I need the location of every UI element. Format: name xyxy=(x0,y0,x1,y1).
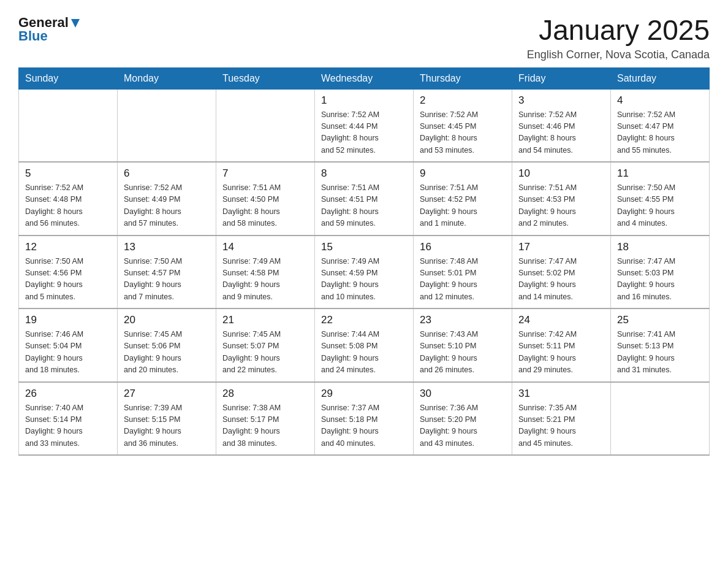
calendar-cell xyxy=(19,89,118,162)
day-info: Sunrise: 7:45 AM Sunset: 5:06 PM Dayligh… xyxy=(124,329,210,377)
calendar-cell: 30Sunrise: 7:36 AM Sunset: 5:20 PM Dayli… xyxy=(414,382,512,456)
day-info: Sunrise: 7:44 AM Sunset: 5:08 PM Dayligh… xyxy=(321,329,407,377)
day-info: Sunrise: 7:52 AM Sunset: 4:48 PM Dayligh… xyxy=(25,182,111,230)
calendar-cell: 4Sunrise: 7:52 AM Sunset: 4:47 PM Daylig… xyxy=(611,89,710,162)
day-info: Sunrise: 7:39 AM Sunset: 5:15 PM Dayligh… xyxy=(124,402,210,450)
calendar-header-row: SundayMondayTuesdayWednesdayThursdayFrid… xyxy=(19,67,710,89)
calendar-cell: 22Sunrise: 7:44 AM Sunset: 5:08 PM Dayli… xyxy=(315,308,414,382)
day-info: Sunrise: 7:49 AM Sunset: 4:58 PM Dayligh… xyxy=(222,256,308,304)
day-number: 10 xyxy=(518,167,604,180)
calendar-cell: 19Sunrise: 7:46 AM Sunset: 5:04 PM Dayli… xyxy=(19,308,118,382)
title-block: January 2025 English Corner, Nova Scotia… xyxy=(527,15,710,61)
day-number: 14 xyxy=(222,241,308,253)
calendar-cell: 31Sunrise: 7:35 AM Sunset: 5:21 PM Dayli… xyxy=(512,382,611,456)
day-number: 30 xyxy=(420,388,506,400)
day-number: 9 xyxy=(420,167,506,180)
day-info: Sunrise: 7:51 AM Sunset: 4:52 PM Dayligh… xyxy=(420,182,506,230)
day-info: Sunrise: 7:48 AM Sunset: 5:01 PM Dayligh… xyxy=(420,256,506,304)
calendar-week-row: 1Sunrise: 7:52 AM Sunset: 4:44 PM Daylig… xyxy=(19,89,710,162)
calendar-cell xyxy=(118,89,216,162)
day-info: Sunrise: 7:50 AM Sunset: 4:55 PM Dayligh… xyxy=(617,182,703,230)
calendar-cell: 3Sunrise: 7:52 AM Sunset: 4:46 PM Daylig… xyxy=(512,89,611,162)
day-number: 29 xyxy=(321,388,407,400)
day-number: 20 xyxy=(124,314,210,326)
day-of-week-header: Saturday xyxy=(611,67,710,89)
calendar-cell: 9Sunrise: 7:51 AM Sunset: 4:52 PM Daylig… xyxy=(414,162,512,236)
logo: General Blue xyxy=(18,15,81,44)
day-info: Sunrise: 7:52 AM Sunset: 4:46 PM Dayligh… xyxy=(518,109,604,157)
svg-marker-0 xyxy=(71,19,80,28)
day-info: Sunrise: 7:41 AM Sunset: 5:13 PM Dayligh… xyxy=(617,329,703,377)
day-info: Sunrise: 7:50 AM Sunset: 4:57 PM Dayligh… xyxy=(124,256,210,304)
calendar-cell: 2Sunrise: 7:52 AM Sunset: 4:45 PM Daylig… xyxy=(414,89,512,162)
day-number: 27 xyxy=(124,388,210,400)
calendar-cell: 26Sunrise: 7:40 AM Sunset: 5:14 PM Dayli… xyxy=(19,382,118,456)
day-info: Sunrise: 7:37 AM Sunset: 5:18 PM Dayligh… xyxy=(321,402,407,450)
page-subtitle: English Corner, Nova Scotia, Canada xyxy=(527,48,710,61)
calendar-cell: 1Sunrise: 7:52 AM Sunset: 4:44 PM Daylig… xyxy=(315,89,414,162)
day-info: Sunrise: 7:52 AM Sunset: 4:44 PM Dayligh… xyxy=(321,109,407,157)
day-info: Sunrise: 7:38 AM Sunset: 5:17 PM Dayligh… xyxy=(222,402,308,450)
day-info: Sunrise: 7:45 AM Sunset: 5:07 PM Dayligh… xyxy=(222,329,308,377)
calendar-cell: 6Sunrise: 7:52 AM Sunset: 4:49 PM Daylig… xyxy=(118,162,216,236)
day-info: Sunrise: 7:42 AM Sunset: 5:11 PM Dayligh… xyxy=(518,329,604,377)
calendar-cell: 25Sunrise: 7:41 AM Sunset: 5:13 PM Dayli… xyxy=(611,308,710,382)
day-number: 8 xyxy=(321,167,407,180)
day-number: 4 xyxy=(617,94,703,107)
calendar-cell xyxy=(216,89,315,162)
calendar-cell: 20Sunrise: 7:45 AM Sunset: 5:06 PM Dayli… xyxy=(118,308,216,382)
day-number: 24 xyxy=(518,314,604,326)
day-of-week-header: Wednesday xyxy=(315,67,414,89)
calendar-cell: 21Sunrise: 7:45 AM Sunset: 5:07 PM Dayli… xyxy=(216,308,315,382)
day-of-week-header: Friday xyxy=(512,67,611,89)
day-number: 17 xyxy=(518,241,604,253)
calendar-cell: 12Sunrise: 7:50 AM Sunset: 4:56 PM Dayli… xyxy=(19,236,118,309)
day-number: 3 xyxy=(518,94,604,107)
calendar-cell: 24Sunrise: 7:42 AM Sunset: 5:11 PM Dayli… xyxy=(512,308,611,382)
page-header: General Blue January 2025 English Corner… xyxy=(18,15,710,61)
calendar-cell: 5Sunrise: 7:52 AM Sunset: 4:48 PM Daylig… xyxy=(19,162,118,236)
day-number: 16 xyxy=(420,241,506,253)
page-title: January 2025 xyxy=(527,15,710,46)
day-number: 21 xyxy=(222,314,308,326)
calendar-week-row: 26Sunrise: 7:40 AM Sunset: 5:14 PM Dayli… xyxy=(19,382,710,456)
calendar-week-row: 19Sunrise: 7:46 AM Sunset: 5:04 PM Dayli… xyxy=(19,308,710,382)
calendar-table: SundayMondayTuesdayWednesdayThursdayFrid… xyxy=(18,67,710,456)
day-number: 23 xyxy=(420,314,506,326)
calendar-cell: 13Sunrise: 7:50 AM Sunset: 4:57 PM Dayli… xyxy=(118,236,216,309)
day-number: 11 xyxy=(617,167,703,180)
day-info: Sunrise: 7:50 AM Sunset: 4:56 PM Dayligh… xyxy=(25,256,111,304)
calendar-cell: 27Sunrise: 7:39 AM Sunset: 5:15 PM Dayli… xyxy=(118,382,216,456)
day-info: Sunrise: 7:52 AM Sunset: 4:49 PM Dayligh… xyxy=(124,182,210,230)
day-number: 1 xyxy=(321,94,407,107)
calendar-cell: 17Sunrise: 7:47 AM Sunset: 5:02 PM Dayli… xyxy=(512,236,611,309)
day-number: 2 xyxy=(420,94,506,107)
day-info: Sunrise: 7:52 AM Sunset: 4:45 PM Dayligh… xyxy=(420,109,506,157)
calendar-cell: 8Sunrise: 7:51 AM Sunset: 4:51 PM Daylig… xyxy=(315,162,414,236)
day-of-week-header: Thursday xyxy=(414,67,512,89)
day-number: 25 xyxy=(617,314,703,326)
day-info: Sunrise: 7:51 AM Sunset: 4:50 PM Dayligh… xyxy=(222,182,308,230)
calendar-cell: 28Sunrise: 7:38 AM Sunset: 5:17 PM Dayli… xyxy=(216,382,315,456)
day-info: Sunrise: 7:52 AM Sunset: 4:47 PM Dayligh… xyxy=(617,109,703,157)
calendar-cell: 23Sunrise: 7:43 AM Sunset: 5:10 PM Dayli… xyxy=(414,308,512,382)
calendar-week-row: 12Sunrise: 7:50 AM Sunset: 4:56 PM Dayli… xyxy=(19,236,710,309)
day-info: Sunrise: 7:46 AM Sunset: 5:04 PM Dayligh… xyxy=(25,329,111,377)
calendar-cell: 15Sunrise: 7:49 AM Sunset: 4:59 PM Dayli… xyxy=(315,236,414,309)
logo-blue: Blue xyxy=(18,28,81,44)
day-info: Sunrise: 7:47 AM Sunset: 5:03 PM Dayligh… xyxy=(617,256,703,304)
calendar-cell xyxy=(611,382,710,456)
day-number: 19 xyxy=(25,314,111,326)
day-number: 7 xyxy=(222,167,308,180)
day-number: 13 xyxy=(124,241,210,253)
calendar-cell: 11Sunrise: 7:50 AM Sunset: 4:55 PM Dayli… xyxy=(611,162,710,236)
day-info: Sunrise: 7:36 AM Sunset: 5:20 PM Dayligh… xyxy=(420,402,506,450)
day-number: 18 xyxy=(617,241,703,253)
day-info: Sunrise: 7:51 AM Sunset: 4:53 PM Dayligh… xyxy=(518,182,604,230)
day-of-week-header: Tuesday xyxy=(216,67,315,89)
logo-arrow-icon xyxy=(70,18,81,29)
day-number: 5 xyxy=(25,167,111,180)
day-info: Sunrise: 7:51 AM Sunset: 4:51 PM Dayligh… xyxy=(321,182,407,230)
day-number: 22 xyxy=(321,314,407,326)
day-info: Sunrise: 7:47 AM Sunset: 5:02 PM Dayligh… xyxy=(518,256,604,304)
